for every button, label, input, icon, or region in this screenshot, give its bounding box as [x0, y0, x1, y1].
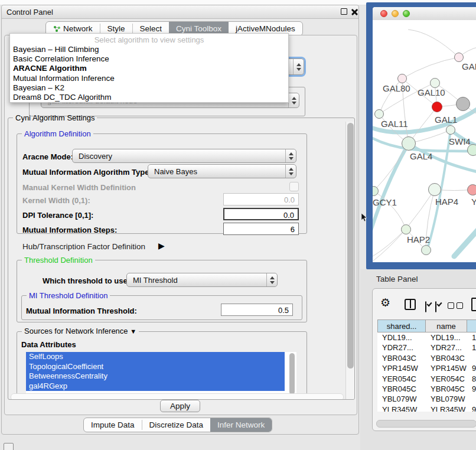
dpi-tolerance-label: DPI Tolerance [0,1]:	[22, 211, 93, 220]
select-all-checkboxes-icon2[interactable]	[435, 301, 436, 312]
column-header-name[interactable]: name	[426, 319, 467, 332]
collapse-arrow-icon[interactable]: ▼	[130, 328, 136, 335]
table-row: YLR345WYLR345W9.	[377, 405, 476, 412]
aracne-mode-value: Discovery	[73, 152, 285, 161]
zoom-window-icon[interactable]	[403, 10, 410, 17]
manual-kernel-width-label: Manual Kernel Width Definition	[22, 183, 136, 192]
tab-impute-data-label: Impute Data	[91, 420, 135, 429]
algorithm-dropdown-popup: Select algorithm to view settings Bayesi…	[9, 33, 289, 103]
column-header-partial[interactable]	[467, 319, 476, 332]
dropdown-item-bayesian-k2[interactable]: Bayesian – K2	[10, 83, 288, 93]
combo-stepper-icon	[285, 149, 296, 162]
minimize-window-icon[interactable]	[392, 10, 399, 17]
new-table-icon[interactable]	[471, 298, 476, 311]
node-label-hap2: HAP2	[407, 234, 430, 244]
tab-infer-network[interactable]: Infer Network	[210, 418, 272, 432]
network-node-hap4[interactable]	[428, 183, 441, 196]
node-label-gal-top: GAL	[462, 61, 476, 71]
network-view-frame: GAL GAL80 GAL10 GAL1 GAL11 SWI4 GAL4 GCY…	[366, 2, 476, 269]
settings-horizontal-scrollbar[interactable]	[11, 393, 344, 400]
network-window-titlebar[interactable]	[373, 7, 476, 21]
dropdown-item-basic-correlation[interactable]: Basic Correlation Inference	[10, 54, 288, 64]
dropdown-item-bayesian-hill-climbing[interactable]: Bayesian – Hill Climbing	[10, 45, 288, 54]
network-node-bottom-green[interactable]	[421, 245, 431, 255]
tab-discretize-data[interactable]: Discretize Data	[142, 418, 211, 432]
network-node-salmon[interactable]	[467, 184, 476, 195]
gear-icon[interactable]: ⚙	[380, 296, 390, 309]
collapsed-panel-icon[interactable]	[4, 443, 14, 450]
network-node-hap2[interactable]	[401, 224, 411, 234]
column-header-shared-name[interactable]: shared...	[377, 319, 426, 332]
network-node-swi4[interactable]	[446, 125, 455, 135]
which-threshold-value: MI Threshold	[127, 276, 266, 285]
network-node-gal4[interactable]	[402, 136, 416, 151]
threshold-definition-title: Threshold Definition	[22, 256, 95, 264]
list-item-topologicalcoefficient[interactable]: TopologicalCoefficient	[26, 362, 285, 372]
tab-impute-data[interactable]: Impute Data	[84, 418, 142, 432]
table-body[interactable]: YDL19...YDL19...13 YDR27...YDR27...12 YB…	[377, 332, 476, 412]
dpi-tolerance-field[interactable]: 0.0	[223, 208, 299, 220]
table-row: YBR043CYBR043C	[377, 353, 476, 363]
table-row: YPR145WYPR145W9.	[377, 363, 476, 373]
table-row: YDL19...YDL19...13	[377, 332, 476, 343]
network-node-gal80[interactable]	[397, 74, 407, 83]
mi-algorithm-type-combo[interactable]: Naive Bayes	[148, 164, 296, 178]
kernel-width-field[interactable]: 0.0	[223, 193, 299, 206]
combo-stepper-icon	[266, 273, 277, 286]
dropdown-item-mutual-information[interactable]: Mutual Information Inference	[10, 74, 288, 83]
network-node-gal11[interactable]	[374, 109, 384, 119]
select-all-checkboxes-icon[interactable]	[425, 301, 426, 312]
settings-scrollbar-thumb[interactable]	[347, 123, 354, 369]
close-window-icon[interactable]	[380, 10, 387, 17]
tab-style-label: Style	[107, 24, 125, 33]
mouse-cursor	[361, 213, 368, 223]
list-vertical-scrollbar[interactable]	[289, 353, 295, 394]
table-row: YBL079WYBL079W	[377, 394, 476, 404]
node-label-gal80: GAL80	[383, 83, 410, 93]
apply-button[interactable]: Apply	[160, 400, 200, 412]
mi-threshold-field[interactable]: 0.5	[221, 304, 293, 316]
node-label-gcy1: GCY1	[373, 197, 397, 207]
combo-stepper-icon	[285, 165, 296, 178]
node-label-gal11: GAL11	[381, 119, 408, 129]
aracne-mode-combo[interactable]: Discovery	[72, 149, 296, 163]
cyni-algorithm-settings-title: Cyni Algorithm Settings	[13, 114, 97, 122]
network-node-gal10[interactable]	[430, 78, 440, 88]
clear-checkboxes-icon2[interactable]	[457, 302, 463, 309]
node-label-salmon: Y	[471, 197, 476, 207]
node-label-gal1: GAL1	[435, 115, 457, 125]
algorithm-definition-title: Algorithm Definition	[22, 130, 93, 138]
hub-definition-label[interactable]: Hub/Transcription Factor Definition	[22, 242, 145, 251]
tab-jactivemnodules-label: jActiveMNodules	[236, 24, 295, 33]
network-canvas[interactable]: GAL GAL80 GAL10 GAL1 GAL11 SWI4 GAL4 GCY…	[373, 20, 476, 262]
clear-checkboxes-icon[interactable]	[448, 302, 454, 309]
node-label-swi4: SWI4	[449, 136, 471, 146]
expand-arrow-icon[interactable]: ▶	[158, 241, 165, 250]
mi-threshold-label: Mutual Information Threshold:	[26, 306, 137, 315]
tab-network-label: Network	[63, 24, 93, 33]
list-item-gal4rgexp[interactable]: gal4RGexp	[26, 381, 285, 392]
settings-vertical-scrollbar[interactable]	[345, 122, 355, 400]
table-row: YBR045CYBR045C9.	[377, 384, 476, 394]
table-horizontal-scrollbar[interactable]	[376, 420, 476, 428]
which-threshold-combo[interactable]: MI Threshold	[126, 273, 278, 287]
dropdown-item-dream8[interactable]: Dream8 DC_TDC Algorithm	[10, 93, 288, 102]
float-panel-icon[interactable]	[341, 8, 347, 15]
combo-stepper-icon	[288, 93, 299, 107]
list-item-betweennesscentrality[interactable]: BetweennessCentrality	[26, 371, 285, 381]
mi-steps-field[interactable]: 6	[223, 223, 299, 235]
network-node-gal-top[interactable]	[454, 53, 464, 62]
combo-stepper-icon	[293, 59, 304, 74]
manual-kernel-width-checkbox[interactable]	[289, 182, 299, 191]
table-toolbar: ⚙	[373, 289, 476, 317]
split-columns-icon[interactable]	[405, 299, 416, 310]
sources-title-text: Sources for Network Inference	[24, 327, 128, 335]
data-attributes-list[interactable]: SelfLoops TopologicalCoefficient Between…	[26, 352, 296, 397]
close-panel-icon[interactable]	[351, 8, 358, 16]
network-icon	[53, 25, 61, 32]
network-node-gray[interactable]	[456, 97, 470, 111]
network-node-gal1[interactable]	[432, 102, 442, 112]
which-threshold-label: Which threshold to use:	[43, 276, 130, 285]
list-item-selfloops[interactable]: SelfLoops	[26, 352, 285, 362]
dropdown-item-aracne[interactable]: ARACNE Algorithm	[10, 64, 288, 73]
